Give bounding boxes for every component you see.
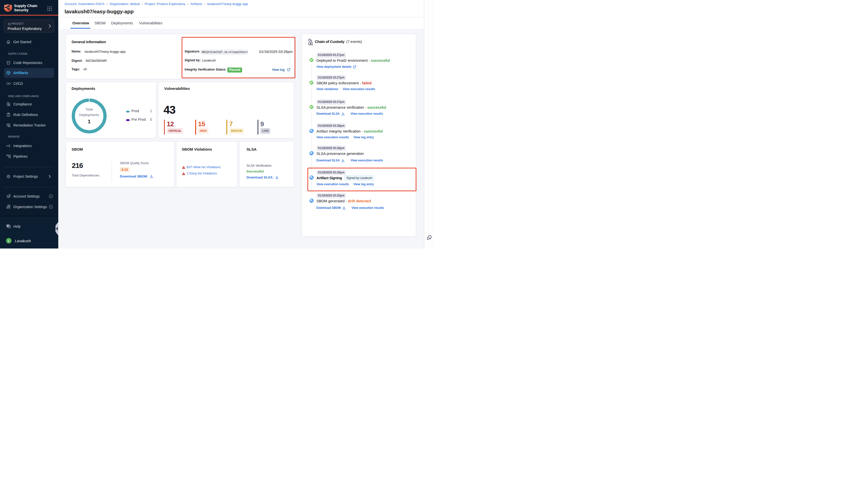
svg-text:?: ? [8,225,9,227]
